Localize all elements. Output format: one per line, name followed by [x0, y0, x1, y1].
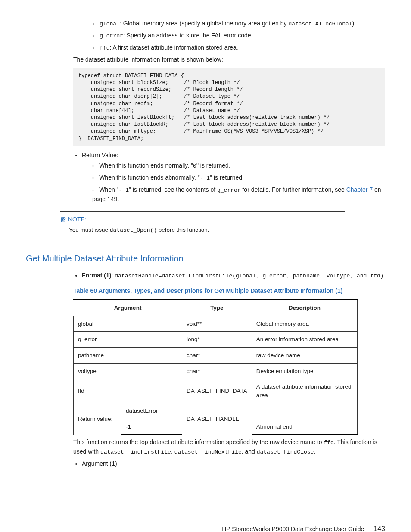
th-description: Description — [252, 300, 357, 316]
page-number: 143 — [374, 525, 385, 532]
footer-title: HP StorageWorks P9000 Data Exchange User… — [222, 526, 364, 532]
note-rule-top — [60, 211, 345, 212]
note-body: You must issue dataset_Open() before thi… — [69, 226, 385, 235]
return-abnormal: When this function ends abnormally, "- 1… — [92, 173, 385, 183]
note-heading: NOTE: — [60, 215, 385, 224]
table-row-return: Return value: datasetError DATASET_HANDL… — [74, 403, 358, 419]
th-argument: Argument — [74, 300, 182, 316]
table-row: ffd DATASET_FIND_DATA A dataset attribut… — [74, 379, 358, 403]
chapter-link[interactable]: Chapter 7 — [346, 186, 373, 193]
note-block: NOTE: You must issue dataset_Open() befo… — [60, 211, 385, 240]
return-value-label: Return Value: When this function ends no… — [82, 151, 385, 203]
func-description: This function returns the top dataset at… — [73, 438, 385, 457]
table-row: g_error long* An error information store… — [74, 332, 358, 348]
table-row: voltype char* Device emulation type — [74, 363, 358, 379]
struct-codeblock: typedef struct DATASET_FIND_DATA { unsig… — [73, 68, 385, 146]
note-rule-bottom — [60, 240, 345, 240]
table-row: global void** Global memory area — [74, 316, 358, 332]
param-g-error: g_error: Specify an address to store the… — [93, 31, 385, 40]
return-normal: When this function ends normally, "0" is… — [92, 161, 385, 171]
table-header-row: Argument Type Description — [74, 300, 358, 316]
th-type: Type — [182, 300, 252, 316]
table-row: pathname char* raw device name — [74, 347, 358, 363]
return-detail: When "- 1" is returned, see the contents… — [92, 185, 385, 203]
param-global: global: Global memory area (specify a gl… — [93, 19, 385, 28]
format-1: Format (1): datasetHandle=dataset_FindFi… — [82, 271, 385, 280]
argument-1: Argument (1): — [82, 459, 385, 468]
table-caption: Table 60 Arguments, Types, and Descripti… — [73, 286, 385, 295]
param-code: global — [100, 21, 120, 27]
param-list: global: Global memory area (specify a gl… — [93, 19, 385, 53]
note-icon — [60, 215, 66, 224]
section-title: Get Multiple Dataset Attribute Informati… — [26, 252, 385, 265]
param-ffd: ffd: A first dataset attribute informati… — [93, 43, 385, 53]
format-bullet: Format (1): datasetHandle=dataset_FindFi… — [82, 271, 385, 280]
return-bullet: Return Value: When this function ends no… — [82, 151, 385, 203]
argument-1-bullet: Argument (1): — [82, 459, 385, 468]
attr-format-intro: The dataset attribute information format… — [73, 55, 385, 64]
page-footer: HP StorageWorks P9000 Data Exchange User… — [26, 524, 385, 532]
return-sublist: When this function ends normally, "0" is… — [92, 161, 385, 203]
arguments-table: Argument Type Description global void** … — [73, 299, 358, 435]
